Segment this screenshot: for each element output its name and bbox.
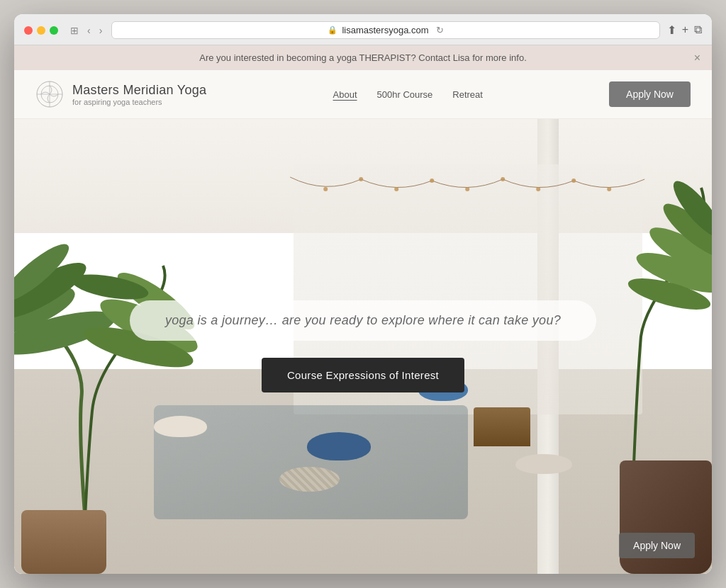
nav-link-500hr[interactable]: 500hr Course [377, 89, 433, 100]
nav-link-about[interactable]: About [333, 89, 357, 100]
lock-icon: 🔒 [328, 26, 337, 35]
maximize-button[interactable] [50, 26, 58, 35]
bottom-apply-button[interactable]: Apply Now [619, 533, 695, 558]
announcement-banner: Are you interested in becoming a yoga TH… [14, 45, 712, 70]
nav-brand: Masters Meridian Yoga for aspiring yoga … [35, 80, 206, 108]
browser-window: ⊞ ‹ › 🔒 lisamastersyoga.com ↻ ⬆ + ⧉ Are … [14, 14, 712, 574]
hero-tagline: yoga is a journey… are you ready to expl… [130, 300, 596, 341]
minimize-button[interactable] [37, 26, 45, 35]
navigation: Masters Meridian Yoga for aspiring yoga … [14, 70, 712, 119]
nav-apply-button[interactable]: Apply Now [609, 81, 691, 107]
forward-button[interactable]: › [97, 25, 105, 36]
banner-close-button[interactable]: × [694, 52, 700, 64]
browser-controls: ⊞ ‹ › [68, 25, 104, 36]
announcement-text: Are you interested in becoming a yoga TH… [199, 52, 527, 63]
brand-logo [35, 80, 64, 108]
nav-brand-text: Masters Meridian Yoga for aspiring yoga … [72, 83, 206, 106]
website: Are you interested in becoming a yoga TH… [14, 45, 712, 574]
hero-content: yoga is a journey… are you ready to expl… [14, 119, 712, 574]
url-text: lisamastersyoga.com [342, 25, 428, 35]
nav-link-retreat[interactable]: Retreat [452, 89, 483, 100]
sidebar-toggle[interactable]: ⊞ [68, 25, 81, 36]
new-tab-icon[interactable]: + [682, 23, 688, 37]
share-icon[interactable]: ⬆ [667, 23, 676, 37]
browser-actions: ⬆ + ⧉ [667, 23, 702, 37]
close-button[interactable] [24, 26, 33, 35]
brand-tagline: for aspiring yoga teachers [72, 98, 206, 106]
browser-chrome: ⊞ ‹ › 🔒 lisamastersyoga.com ↻ ⬆ + ⧉ [14, 14, 712, 45]
brand-name: Masters Meridian Yoga [72, 83, 206, 98]
reload-icon: ↻ [436, 25, 444, 35]
tabs-icon[interactable]: ⧉ [694, 23, 702, 37]
traffic-lights [24, 26, 58, 35]
course-expressions-button[interactable]: Course Expressions of Interest [262, 358, 464, 392]
nav-links: About 500hr Course Retreat [333, 89, 483, 100]
hero-section: yoga is a journey… are you ready to expl… [14, 119, 712, 574]
address-bar[interactable]: 🔒 lisamastersyoga.com ↻ [111, 21, 659, 39]
back-button[interactable]: ‹ [85, 25, 93, 36]
